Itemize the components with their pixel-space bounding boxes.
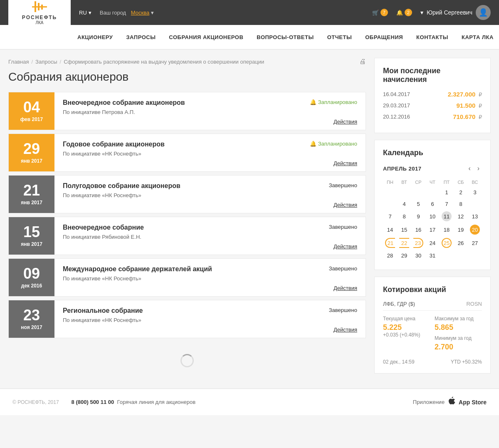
nav-item-contacts[interactable]: КОНТАКТЫ [410,27,455,48]
cal-day[interactable]: 22 [397,236,411,250]
cal-day[interactable]: 8 [454,198,468,210]
cal-day[interactable]: 3 [468,186,482,198]
footer-hotline-text: Горячая линия для акционеров [117,399,195,405]
quotes-title: Котировки акций [383,285,482,294]
meeting-desc: По инициативе «НК Роснефть» [63,192,357,198]
cal-day[interactable]: 29 [397,250,411,261]
cal-next-button[interactable]: › [475,164,482,173]
cal-day[interactable]: 12 [454,210,468,223]
meeting-title: Международное собрание держателей акций [63,265,357,273]
cal-day[interactable]: 27 [468,236,482,250]
meeting-status: Завершено [329,307,357,313]
cal-day[interactable]: 30 [411,250,425,261]
cal-week-row: 123 [383,186,482,198]
nav-bar: АКЦИОНЕРУ ЗАПРОСЫ СОБРАНИЯ АКЦИОНЕРОВ ВО… [0,25,499,50]
meeting-day: 09 [23,266,40,281]
cal-week-row: 78910111213 [383,210,482,223]
meeting-actions[interactable]: Действия [333,119,357,125]
cal-day [425,186,440,198]
cal-day[interactable]: 9 [411,210,425,223]
quotes-widget: Котировки акций ЛФБ, ГДР ($) ROSN Текуща… [374,277,491,374]
cal-day[interactable]: 11 [440,210,454,223]
page-title: Собрания акционеров [8,70,366,84]
meeting-actions[interactable]: Действия [333,327,357,333]
cal-day[interactable]: 5 [411,198,425,210]
nav-item-meetings[interactable]: СОБРАНИЯ АКЦИОНЕРОВ [162,27,250,48]
city-link[interactable]: Москва [131,10,149,16]
accruals-title: Мои последние начисления [383,67,482,84]
cal-day[interactable]: 6 [425,198,440,210]
cal-day[interactable]: 19 [454,223,468,236]
meeting-actions[interactable]: Действия [333,202,357,208]
nav-item-appeals[interactable]: ОБРАЩЕНИЯ [358,27,410,48]
accrual-currency: ₽ [479,103,482,109]
accrual-amount: 710.670 [453,113,475,120]
cal-day[interactable]: 15 [397,223,411,236]
cart-button[interactable]: 🛒 7 [372,9,388,16]
cal-day[interactable]: 4 [397,198,411,210]
logo-text: РОСНЕФТЬ [22,15,57,20]
cal-day[interactable]: 21 [383,236,397,250]
accrual-row: 20.12.2016 710.670 ₽ [383,113,482,120]
cal-day[interactable]: 1 [440,186,454,198]
cal-day[interactable]: 16 [411,223,425,236]
nav-item-qa[interactable]: ВОПРОСЫ-ОТВЕТЫ [250,27,320,48]
cal-day[interactable]: 18 [440,223,454,236]
meeting-actions[interactable]: Действия [333,243,357,250]
lang-selector[interactable]: RU ▾ [79,10,91,16]
cal-day [383,198,397,210]
meeting-day: 04 [23,100,40,115]
user-menu[interactable]: ▾ Юрий Сергеевич 👤 [420,5,491,20]
cal-day[interactable]: 10 [425,210,440,223]
meeting-content: Международное собрание держателей акций … [54,259,366,296]
cal-week-row: 14151617181920 [383,223,482,236]
cal-day[interactable]: 23 [411,236,425,250]
nav-item-reports[interactable]: ОТЧЕТЫ [321,27,359,48]
main-wrapper: Главная / Запросы / Сформировать распоря… [0,50,499,389]
user-chevron-icon: ▾ [420,9,423,16]
cal-day[interactable]: 7 [440,198,454,210]
calendar-month: АПРЕЛЬ 2017 [383,166,421,172]
meeting-day: 23 [23,308,40,323]
meeting-status: Завершено [329,224,357,230]
meeting-actions[interactable]: Действия [333,160,357,166]
cal-day[interactable]: 17 [425,223,440,236]
nav-item-map[interactable]: КАРТА ЛКА [455,27,499,48]
cal-day[interactable]: 14 [383,223,397,236]
meeting-desc: По инициативе Петрова А.П. [63,109,357,115]
accruals-widget: Мои последние начисления 16.04.2017 2.32… [374,58,491,133]
cal-day[interactable]: 13 [468,210,482,223]
nav-item-requests[interactable]: ЗАПРОСЫ [119,27,162,48]
cal-day[interactable]: 24 [425,236,440,250]
cal-day[interactable]: 20 [468,223,482,236]
meeting-item: 29 янв 2017 Годовое собрание акционеров … [8,134,366,172]
notifications-button[interactable]: 🔔 2 [396,9,412,16]
city-selector: Ваш город Москва ▾ [100,10,154,16]
nav-item-shareholder[interactable]: АКЦИОНЕРУ [71,27,119,48]
breadcrumb-home[interactable]: Главная [8,59,29,65]
cal-day-header: ПН [383,178,397,186]
lang-chevron-icon: ▾ [89,10,91,16]
meeting-date-box: 21 янв 2017 [9,176,54,213]
logo-area: РОСНЕФТЬ ЛКА [8,0,71,25]
cal-day[interactable]: 25 [440,236,454,250]
cal-day[interactable]: 7 [383,210,397,223]
cal-day[interactable]: 31 [425,250,440,261]
cal-day[interactable]: 2 [454,186,468,198]
timestamp-left: 02 дек., 14:59 [383,359,415,365]
quotes-col-left: Текущая цена 5.225 +0.035 (+0.48%) [383,316,430,351]
quotes-header: ЛФБ, ГДР ($) ROSN [383,301,482,311]
cal-day[interactable]: 28 [383,250,397,261]
print-button[interactable]: 🖨 [359,58,366,65]
cal-nav-buttons: ‹ › [466,164,482,173]
logo-sub: ЛКА [35,20,43,25]
accrual-row: 29.03.2017 91.500 ₽ [383,102,482,109]
meeting-actions[interactable]: Действия [333,285,357,291]
breadcrumb-section[interactable]: Запросы [35,59,57,65]
cal-day[interactable]: 26 [454,236,468,250]
meeting-month: янв 2017 [21,158,42,164]
cal-circled-end: 23 [413,238,423,248]
cal-day[interactable]: 8 [397,210,411,223]
meeting-content: Годовое собрание акционеров По инициатив… [54,134,366,171]
cal-prev-button[interactable]: ‹ [466,164,473,173]
